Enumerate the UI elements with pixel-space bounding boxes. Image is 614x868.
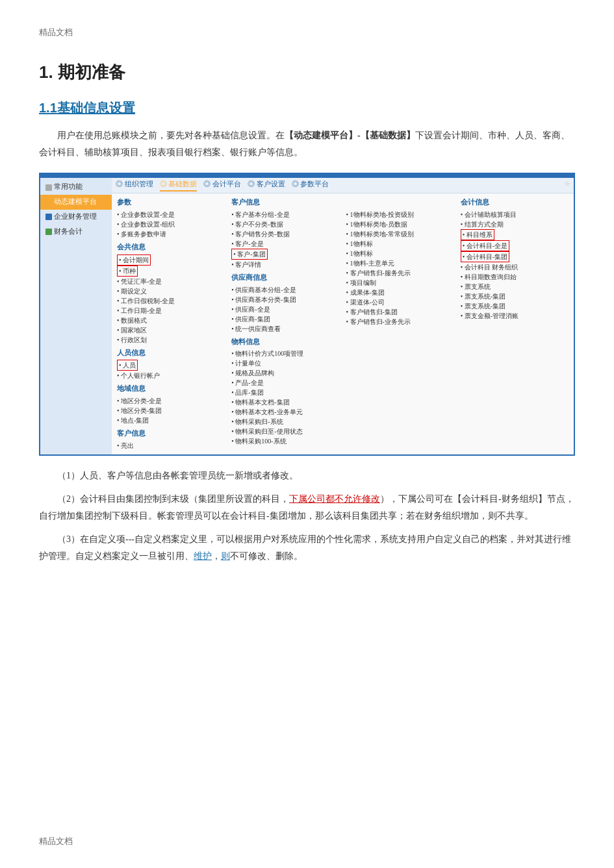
personnel-item: 人员 bbox=[117, 360, 138, 371]
submenu-org[interactable]: ◎ 组织管理 bbox=[116, 179, 153, 192]
accounting-period-item: 会计期间 bbox=[117, 254, 151, 266]
col-params: 参数 企业参数设置-全是 企业参数设置-组织 多账务参数申请 会共信息 会计期间… bbox=[114, 196, 227, 452]
paragraph-3: （3）在自定义项---自定义档案定义里，可以根据用户对系统应用的个性化需求，系统… bbox=[39, 531, 575, 565]
menu-columns: 参数 企业参数设置-全是 企业参数设置-组织 多账务参数申请 会共信息 会计期间… bbox=[112, 193, 574, 454]
nav-item-enterprise[interactable]: 企业财务管理 bbox=[40, 210, 112, 225]
submenu-customer[interactable]: ◎ 客户设置 bbox=[248, 179, 285, 192]
col-accounting: 会计信息 会计辅助核算项目 结算方式全期 科目维系 会计科目-全是 会计科目-集… bbox=[458, 196, 571, 452]
col-customer: 客户信息 客户基本分组-全是 客户不分类-数据 客户销售分类-数据 客户-全是 … bbox=[229, 196, 342, 452]
paragraph-2: （2）会计科目由集团控制到末级（集团里所设置的科目，下属公司都不允许修改），下属… bbox=[39, 491, 575, 525]
submenu-accounting[interactable]: ◎ 会计平台 bbox=[203, 179, 241, 192]
ui-sidebar: 常用功能 动态建模平台 企业财务管理 财务会计 bbox=[40, 178, 112, 454]
accounting-subject-all-item: 会计科目-全是 bbox=[461, 240, 509, 251]
nav-item-finance[interactable]: 财务会计 bbox=[40, 225, 112, 240]
customer-group-item: 客户-集团 bbox=[231, 249, 267, 260]
nav-item-platform[interactable]: 动态建模平台 bbox=[40, 195, 112, 210]
ui-screenshot: 常用功能 动态建模平台 企业财务管理 财务会计 ◎ 组织管理 ◎ 基础数据 ◎ … bbox=[39, 173, 575, 456]
accounting-subject-group-item: 会计科目-集团 bbox=[461, 251, 509, 262]
watermark-bottom: 精品文档 bbox=[39, 835, 73, 849]
col-extra: 1物料标类地-投资级别 1物料标类地-员数据 1物料标类地-常常级别 1物料标 … bbox=[344, 196, 457, 452]
currency-item: 币种 bbox=[117, 266, 138, 277]
intro-paragraph: 用户在使用总账模块之前，要先对各种基础信息设置。在【动态建模平台】-【基础数据】… bbox=[39, 127, 575, 161]
watermark-top: 精品文档 bbox=[39, 26, 575, 40]
submenu-base[interactable]: ◎ 基础数据 bbox=[160, 179, 198, 192]
subsection-title: 1.1基础信息设置 bbox=[39, 97, 575, 118]
ui-main-content: ◎ 组织管理 ◎ 基础数据 ◎ 会计平台 ◎ 客户设置 ◎ 参数平台 ☆ 参数 … bbox=[112, 178, 574, 454]
nav-item-common[interactable]: 常用功能 bbox=[40, 180, 112, 195]
subject-maintain-item: 科目维系 bbox=[461, 229, 494, 240]
submenu-bar: ◎ 组织管理 ◎ 基础数据 ◎ 会计平台 ◎ 客户设置 ◎ 参数平台 ☆ bbox=[112, 178, 574, 193]
section-title: 1. 期初准备 bbox=[39, 59, 575, 86]
paragraph-1: （1）人员、客户等信息由各帐套管理员统一新增或者修改。 bbox=[39, 467, 575, 484]
submenu-params[interactable]: ◎ 参数平台 bbox=[292, 179, 329, 192]
